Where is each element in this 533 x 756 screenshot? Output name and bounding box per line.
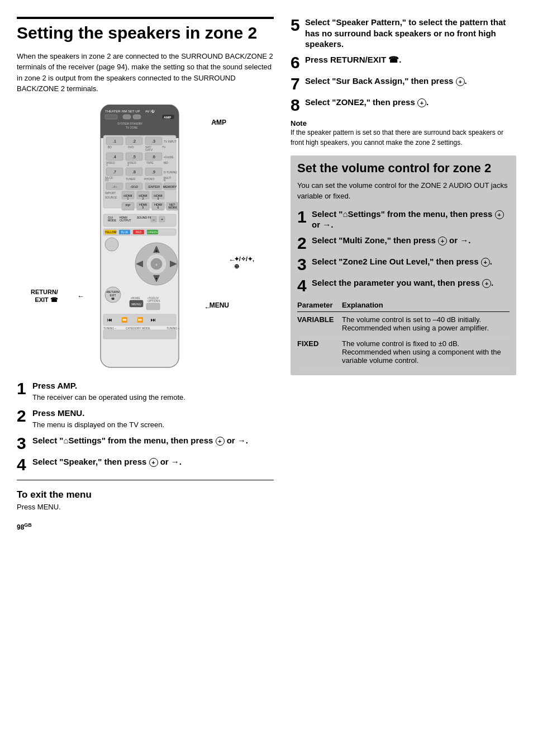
menu-label: MENU bbox=[210, 301, 229, 309]
svg-text:D.TUNING: D.TUNING bbox=[164, 171, 177, 174]
svg-text:⏮: ⏮ bbox=[107, 317, 112, 323]
param-variable: VARIABLE bbox=[297, 311, 342, 336]
step-8-num: 8 bbox=[291, 97, 303, 114]
svg-rect-132 bbox=[103, 330, 176, 339]
circle-btn-4a: + bbox=[149, 458, 158, 467]
note-box: Note If the speaker pattern is set so th… bbox=[291, 119, 516, 148]
vol-step-1-title: Select "⌂Settings" from the menu, then p… bbox=[312, 209, 510, 230]
volume-control-section: Set the volume control for zone 2 You ca… bbox=[291, 155, 516, 375]
dpad-arrow: ← bbox=[229, 256, 236, 264]
explanation-variable: The volume control is set to –40 dB init… bbox=[342, 311, 510, 336]
step-1-desc: The receiver can be operated using the r… bbox=[32, 392, 274, 403]
page-suffix: GB bbox=[24, 522, 32, 528]
svg-text:BD: BD bbox=[108, 145, 112, 149]
vol-step-2: 2 Select "Multi Zone," then press + or →… bbox=[297, 235, 510, 252]
step-2-desc: The menu is displayed on the TV screen. bbox=[32, 419, 274, 431]
svg-text:⏭: ⏭ bbox=[151, 317, 156, 323]
svg-text:PIP: PIP bbox=[126, 204, 131, 207]
vol-step-1: 1 Select "⌂Settings" from the menu, then… bbox=[297, 209, 510, 230]
remote-svg: THEATER RM SET UP AV /⏻ AMP SYSTEM STAND… bbox=[84, 105, 196, 373]
svg-text:5: 5 bbox=[142, 206, 144, 209]
step-1-title: Press AMP. bbox=[32, 380, 274, 391]
intro-text: When the speakers in zone 2 are connecte… bbox=[17, 51, 274, 94]
svg-text:THEATER: THEATER bbox=[105, 110, 121, 113]
svg-text:CD: CD bbox=[105, 179, 109, 182]
step-2-title: Press MENU. bbox=[32, 408, 274, 419]
volume-control-title: Set the volume control for zone 2 bbox=[297, 161, 510, 176]
svg-text:MD: MD bbox=[164, 161, 168, 164]
svg-rect-8 bbox=[133, 115, 141, 119]
svg-text:•HOME: •HOME bbox=[131, 296, 140, 300]
svg-text:GREEN: GREEN bbox=[147, 230, 158, 234]
note-desc: If the speaker pattern is set so that th… bbox=[291, 127, 516, 148]
step-3-content: Select "⌂Settings" from the menu, then p… bbox=[32, 435, 274, 446]
to-exit-title: To exit the menu bbox=[17, 489, 274, 500]
svg-text:BLUE: BLUE bbox=[121, 230, 129, 234]
svg-text:☎: ☎ bbox=[111, 297, 115, 300]
vol-step-2-num: 2 bbox=[297, 235, 310, 252]
step-2-content: Press MENU. The menu is displayed on the… bbox=[32, 408, 274, 431]
note-title: Note bbox=[291, 119, 516, 127]
svg-rect-7 bbox=[123, 115, 131, 119]
svg-text:OUTPUT: OUTPUT bbox=[120, 219, 131, 222]
svg-text:6: 6 bbox=[158, 206, 159, 209]
explanation-fixed: The volume control is fixed to ±0 dB. Re… bbox=[342, 336, 510, 368]
step-3-num: 3 bbox=[17, 435, 30, 452]
right-steps-top: 5 Select "Speaker Pattern," to select th… bbox=[291, 17, 516, 114]
vol-step-4-num: 4 bbox=[297, 277, 310, 294]
svg-text:.3: .3 bbox=[152, 139, 155, 143]
volume-control-desc: You can set the volume control for the Z… bbox=[297, 180, 510, 202]
svg-text:.2: .2 bbox=[132, 139, 136, 143]
svg-text:SYSTEM STANDBY: SYSTEM STANDBY bbox=[117, 122, 143, 125]
svg-text:TUNING +: TUNING + bbox=[166, 327, 180, 330]
step-7-title: Select "Sur Back Assign," then press +. bbox=[305, 75, 516, 87]
svg-text:CATV: CATV bbox=[145, 148, 153, 152]
svg-text:DVD: DVD bbox=[128, 145, 134, 149]
step-4-content: Select "Speaker," then press + or →. bbox=[32, 456, 274, 467]
svg-text:1: 1 bbox=[106, 163, 108, 167]
remote-image: THEATER RM SET UP AV /⏻ AMP SYSTEM STAND… bbox=[84, 105, 207, 375]
svg-text:PHONO: PHONO bbox=[144, 177, 154, 181]
vol-step-2-content: Select "Multi Zone," then press + or →. bbox=[312, 235, 510, 246]
step-1: 1 Press AMP. The receiver can be operate… bbox=[17, 380, 274, 403]
amp-arrow: ← bbox=[213, 117, 220, 125]
circle-btn-v2a: + bbox=[438, 237, 447, 245]
svg-text:⏪: ⏪ bbox=[121, 316, 128, 323]
svg-text:OPTIONS: OPTIONS bbox=[147, 299, 160, 303]
vol-step-4-content: Select the parameter you want, then pres… bbox=[312, 277, 510, 289]
svg-text:2: 2 bbox=[127, 163, 129, 167]
svg-text:3: 3 bbox=[158, 197, 159, 200]
step-6-num: 6 bbox=[291, 54, 303, 71]
svg-text:CATEGORY MODE: CATEGORY MODE bbox=[126, 327, 151, 330]
svg-text:N: N bbox=[164, 179, 165, 182]
svg-text:AV /⏻: AV /⏻ bbox=[145, 110, 155, 113]
svg-text:.9: .9 bbox=[152, 170, 155, 174]
svg-text:RED: RED bbox=[136, 230, 142, 234]
vol-step-3-num: 3 bbox=[297, 256, 310, 273]
svg-text:MEMORY: MEMORY bbox=[163, 185, 177, 188]
step-3: 3 Select "⌂Settings" from the menu, then… bbox=[17, 435, 274, 452]
step-7-num: 7 bbox=[291, 75, 303, 92]
svg-text:.ENTER: .ENTER bbox=[147, 185, 160, 188]
to-exit-section: To exit the menu Press MENU. bbox=[17, 489, 274, 511]
svg-text:.4: .4 bbox=[113, 155, 116, 159]
svg-text:TV    ZONE: TV ZONE bbox=[126, 126, 138, 129]
vol-step-4-title: Select the parameter you want, then pres… bbox=[312, 277, 510, 289]
vol-step-1-content: Select "⌂Settings" from the menu, then p… bbox=[312, 209, 510, 230]
svg-text:AMP: AMP bbox=[164, 116, 171, 119]
svg-text:SOURCE: SOURCE bbox=[105, 196, 117, 199]
svg-text:TAPE: TAPE bbox=[146, 161, 154, 164]
divider-to-exit bbox=[17, 480, 274, 480]
volume-steps: 1 Select "⌂Settings" from the menu, then… bbox=[297, 209, 510, 294]
svg-text:.-/--: .-/-- bbox=[112, 185, 117, 188]
step-8-content: Select "ZONE2," then press +. bbox=[305, 97, 516, 108]
svg-text:TV INPUT: TV INPUT bbox=[164, 140, 177, 143]
svg-text:⏩: ⏩ bbox=[137, 316, 144, 323]
menu-arrow: ← bbox=[204, 303, 211, 311]
table-row-variable: VARIABLE The volume control is set to –4… bbox=[297, 311, 510, 336]
vol-step-2-title: Select "Multi Zone," then press + or →. bbox=[312, 235, 510, 246]
param-fixed: FIXED bbox=[297, 336, 342, 368]
svg-text:+: + bbox=[161, 218, 163, 221]
step-2: 2 Press MENU. The menu is displayed on t… bbox=[17, 408, 274, 431]
svg-text:-0/10: -0/10 bbox=[130, 185, 138, 188]
